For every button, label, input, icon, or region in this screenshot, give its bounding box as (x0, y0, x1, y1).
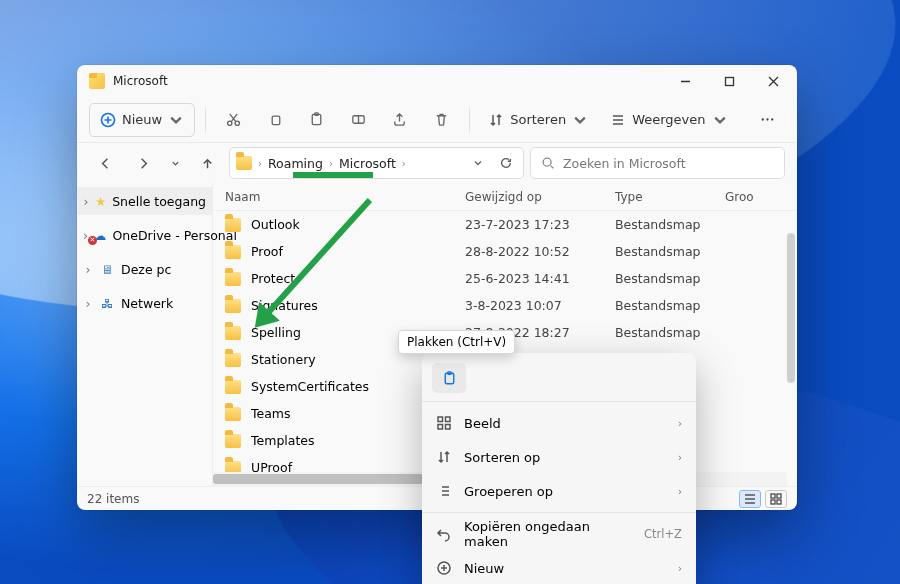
svg-rect-21 (446, 425, 451, 430)
back-button[interactable] (89, 147, 121, 179)
view-button[interactable]: Weergeven (602, 103, 735, 137)
chevron-right-icon[interactable]: › (83, 296, 93, 311)
share-button[interactable] (382, 103, 418, 137)
ctx-undo-copy[interactable]: Kopiëren ongedaan maken Ctrl+Z (422, 517, 696, 551)
column-size[interactable]: Groo (725, 190, 785, 204)
file-modified: 3-8-2023 10:07 (465, 298, 615, 313)
icons-view-button[interactable] (765, 490, 787, 508)
column-type[interactable]: Type (615, 190, 725, 204)
folder-icon (225, 434, 241, 448)
file-modified: 23-7-2023 17:23 (465, 217, 615, 232)
svg-point-2 (228, 121, 232, 125)
titlebar[interactable]: Microsoft (77, 65, 797, 97)
file-row[interactable]: Proof28-8-2022 10:52Bestandsmap (213, 238, 797, 265)
delete-button[interactable] (424, 103, 460, 137)
sidebar-item-onedrive[interactable]: › ☁✕ OneDrive - Personal (77, 221, 212, 249)
ctx-new[interactable]: Nieuw › (422, 551, 696, 584)
separator (422, 512, 696, 513)
star-icon: ★ (95, 194, 106, 209)
folder-icon (225, 218, 241, 232)
cloud-icon: ☁✕ (94, 228, 107, 243)
svg-point-3 (236, 121, 240, 125)
chevron-right-icon: › (329, 158, 333, 169)
new-button[interactable]: Nieuw (89, 103, 195, 137)
svg-rect-4 (272, 116, 280, 125)
folder-icon (225, 407, 241, 421)
file-type: Bestandsmap (615, 217, 725, 232)
more-button[interactable] (750, 103, 786, 137)
column-modified[interactable]: Gewijzigd op (465, 190, 615, 204)
context-menu-icon-row (422, 359, 696, 397)
recent-dropdown[interactable] (165, 147, 185, 179)
sidebar-item-label: Netwerk (121, 296, 173, 311)
file-modified: 28-8-2022 10:52 (465, 244, 615, 259)
file-type: Bestandsmap (615, 325, 725, 340)
ctx-paste-button[interactable] (432, 363, 466, 393)
paste-tooltip: Plakken (Ctrl+V) (398, 330, 515, 354)
breadcrumb-segment[interactable]: Microsoft (339, 156, 396, 171)
ctx-label: Sorteren op (464, 450, 666, 465)
chevron-right-icon[interactable]: › (83, 194, 89, 209)
ctx-group[interactable]: Groeperen op › (422, 474, 696, 508)
ctx-label: Groeperen op (464, 484, 666, 499)
sidebar-item-label: Snelle toegang (112, 194, 206, 209)
scrollbar-thumb[interactable] (787, 233, 795, 383)
annotation-underline (293, 172, 373, 178)
folder-icon (225, 245, 241, 259)
chevron-right-icon[interactable]: › (83, 262, 93, 277)
vertical-scrollbar[interactable] (785, 183, 797, 486)
rename-button[interactable] (341, 103, 377, 137)
sidebar-item-label: Deze pc (121, 262, 171, 277)
minimize-button[interactable] (663, 65, 707, 97)
computer-icon: 🖥 (99, 262, 115, 277)
svg-rect-12 (771, 494, 775, 498)
desktop-wallpaper: Microsoft Nieuw (0, 0, 900, 584)
svg-rect-0 (725, 77, 733, 85)
sidebar-item-this-pc[interactable]: › 🖥 Deze pc (77, 255, 212, 283)
forward-button[interactable] (127, 147, 159, 179)
sort-button[interactable]: Sorteren (480, 103, 596, 137)
file-row[interactable]: Outlook23-7-2023 17:23Bestandsmap (213, 211, 797, 238)
file-type: Bestandsmap (615, 244, 725, 259)
context-menu: Beeld › Sorteren op › Groeperen op › Kop… (422, 353, 696, 584)
ctx-label: Nieuw (464, 561, 666, 576)
folder-icon (225, 380, 241, 394)
file-modified: 25-6-2023 14:41 (465, 271, 615, 286)
column-name[interactable]: Naam (225, 190, 465, 204)
copy-button[interactable] (258, 103, 294, 137)
ctx-view[interactable]: Beeld › (422, 406, 696, 440)
window-title: Microsoft (113, 74, 663, 88)
address-dropdown[interactable] (467, 147, 489, 179)
separator (422, 401, 696, 402)
chevron-right-icon: › (678, 452, 682, 463)
paste-button[interactable] (299, 103, 335, 137)
ctx-sort[interactable]: Sorteren op › (422, 440, 696, 474)
breadcrumb-segment[interactable]: Roaming (268, 156, 323, 171)
details-view-button[interactable] (739, 490, 761, 508)
file-row[interactable]: Signatures3-8-2023 10:07Bestandsmap (213, 292, 797, 319)
address-bar[interactable]: › Roaming › Microsoft › (229, 147, 524, 179)
folder-icon (225, 353, 241, 367)
view-mode-buttons (739, 490, 787, 508)
refresh-button[interactable] (495, 147, 517, 179)
plus-circle-icon (436, 560, 452, 576)
file-type: Bestandsmap (615, 271, 725, 286)
chevron-right-icon: › (678, 563, 682, 574)
sidebar-item-network[interactable]: › 🖧 Netwerk (77, 289, 212, 317)
view-label: Weergeven (632, 112, 705, 127)
up-button[interactable] (191, 147, 223, 179)
maximize-button[interactable] (707, 65, 751, 97)
ctx-label: Beeld (464, 416, 666, 431)
svg-rect-13 (777, 494, 781, 498)
sidebar-item-quick-access[interactable]: › ★ Snelle toegang (77, 187, 212, 215)
cut-button[interactable] (216, 103, 252, 137)
undo-icon (436, 526, 452, 542)
svg-rect-19 (446, 417, 451, 422)
folder-icon (236, 156, 252, 170)
scrollbar-thumb[interactable] (213, 474, 423, 484)
close-button[interactable] (751, 65, 795, 97)
search-box[interactable]: Zoeken in Microsoft (530, 147, 785, 179)
navigation-pane: › ★ Snelle toegang › ☁✕ OneDrive - Perso… (77, 183, 213, 486)
sort-icon (436, 449, 452, 465)
folder-icon (225, 299, 241, 313)
